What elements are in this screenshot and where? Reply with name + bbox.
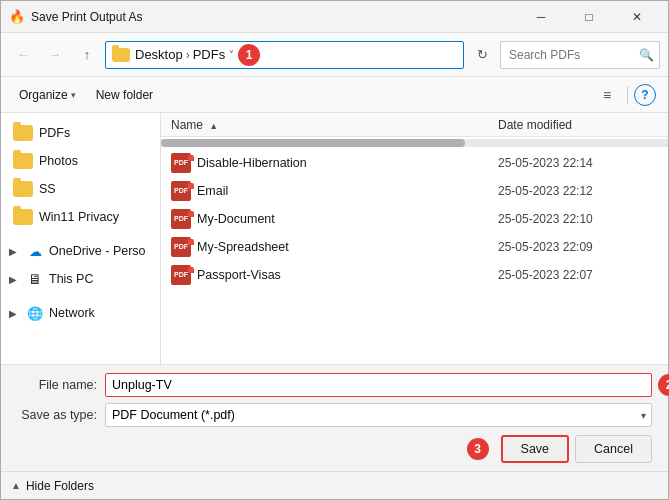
sidebar-label-onedrive: OneDrive - Perso <box>49 244 146 258</box>
badge-3: 3 <box>467 438 489 460</box>
cloud-icon: ☁ <box>25 243 45 259</box>
sidebar-item-thispc[interactable]: ▶ 🖥 This PC <box>3 265 158 293</box>
sidebar-item-onedrive[interactable]: ▶ ☁ OneDrive - Perso <box>3 237 158 265</box>
filename-input[interactable] <box>105 373 652 397</box>
savetype-select-wrap: PDF Document (*.pdf) ▾ <box>105 403 652 427</box>
pdf-icon: PDF <box>171 153 191 173</box>
file-name: My-Document <box>197 212 492 226</box>
app-icon: 🔥 <box>9 9 25 25</box>
file-name: Disable-Hibernation <box>197 156 492 170</box>
view-button[interactable]: ≡ <box>593 82 621 108</box>
folder-icon-win11 <box>13 209 33 225</box>
table-row[interactable]: PDF My-Document 25-05-2023 22:10 <box>161 205 668 233</box>
hide-folders-bar: ▲ Hide Folders <box>1 471 668 499</box>
sidebar-label-thispc: This PC <box>49 272 93 286</box>
file-name: My-Spreadsheet <box>197 240 492 254</box>
dialog-title: Save Print Output As <box>31 10 518 24</box>
expand-icon-network: ▶ <box>9 308 21 319</box>
organize-button[interactable]: Organize ▾ <box>13 82 82 108</box>
table-row[interactable]: PDF Passport-Visas 25-05-2023 22:07 <box>161 261 668 289</box>
sidebar-item-photos[interactable]: Photos <box>3 147 158 175</box>
pdf-icon: PDF <box>171 237 191 257</box>
file-name: Passport-Visas <box>197 268 492 282</box>
hide-folders-arrow-icon: ▲ <box>11 480 21 491</box>
column-date-header: Date modified <box>498 118 658 132</box>
file-date: 25-05-2023 22:09 <box>498 240 658 254</box>
breadcrumb-chevron-icon: ˅ <box>229 49 234 60</box>
dialog-window: 🔥 Save Print Output As ─ □ ✕ ← → ↑ Deskt… <box>0 0 669 500</box>
table-row[interactable]: PDF Email 25-05-2023 22:12 <box>161 177 668 205</box>
sidebar-label-pdfs: PDFs <box>39 126 70 140</box>
expand-icon-thispc: ▶ <box>9 274 21 285</box>
window-controls: ─ □ ✕ <box>518 1 660 33</box>
sidebar-label-network: Network <box>49 306 95 320</box>
sidebar: PDFs Photos SS Win11 Privacy ▶ ☁ OneDriv… <box>1 113 161 364</box>
search-input[interactable] <box>500 41 660 69</box>
new-folder-button[interactable]: New folder <box>90 82 159 108</box>
maximize-button[interactable]: □ <box>566 1 612 33</box>
sort-arrow-icon: ▲ <box>209 121 218 131</box>
pc-icon: 🖥 <box>25 271 45 287</box>
file-area: Name ▲ Date modified PDF Disable-Hiberna… <box>161 113 668 364</box>
breadcrumb-desktop: Desktop <box>135 47 183 62</box>
up-button[interactable]: ↑ <box>73 41 101 69</box>
search-wrap: 🔍 <box>500 41 660 69</box>
folder-icon <box>112 48 130 62</box>
sidebar-item-ss[interactable]: SS <box>3 175 158 203</box>
savetype-select[interactable]: PDF Document (*.pdf) <box>105 403 652 427</box>
sidebar-item-network[interactable]: ▶ 🌐 Network <box>3 299 158 327</box>
scroll-strip <box>161 139 668 147</box>
sidebar-label-win11: Win11 Privacy <box>39 210 119 224</box>
minimize-button[interactable]: ─ <box>518 1 564 33</box>
breadcrumb-separator: › <box>186 48 190 62</box>
file-date: 25-05-2023 22:12 <box>498 184 658 198</box>
filename-input-wrap: 2 <box>105 373 652 397</box>
sidebar-item-win11[interactable]: Win11 Privacy <box>3 203 158 231</box>
sidebar-label-photos: Photos <box>39 154 78 168</box>
sidebar-item-pdfs[interactable]: PDFs <box>3 119 158 147</box>
toolbar-right: ≡ ? <box>593 82 656 108</box>
file-date: 25-05-2023 22:10 <box>498 212 658 226</box>
badge-1: 1 <box>238 44 260 66</box>
toolbar: Organize ▾ New folder ≡ ? <box>1 77 668 113</box>
badge-2: 2 <box>658 374 669 396</box>
save-button[interactable]: Save <box>501 435 570 463</box>
network-icon: 🌐 <box>25 305 45 321</box>
table-row[interactable]: PDF Disable-Hibernation 25-05-2023 22:14 <box>161 149 668 177</box>
pdf-icon: PDF <box>171 181 191 201</box>
bottom-section: File name: 2 Save as type: PDF Document … <box>1 364 668 471</box>
address-bar: ← → ↑ Desktop › PDFs ˅ 1 ↻ 🔍 <box>1 33 668 77</box>
filename-row: File name: 2 <box>17 373 652 397</box>
table-row[interactable]: PDF My-Spreadsheet 25-05-2023 22:09 <box>161 233 668 261</box>
hide-folders-label: Hide Folders <box>26 479 94 493</box>
title-bar: 🔥 Save Print Output As ─ □ ✕ <box>1 1 668 33</box>
expand-icon-onedrive: ▶ <box>9 246 21 257</box>
bottom-actions: 3 Save Cancel <box>17 435 652 463</box>
pdf-icon: PDF <box>171 209 191 229</box>
filename-label: File name: <box>17 378 97 392</box>
folder-icon-pdfs <box>13 125 33 141</box>
close-button[interactable]: ✕ <box>614 1 660 33</box>
scroll-handle[interactable] <box>161 139 465 147</box>
hide-folders-button[interactable]: ▲ Hide Folders <box>11 479 94 493</box>
main-content: PDFs Photos SS Win11 Privacy ▶ ☁ OneDriv… <box>1 113 668 364</box>
forward-button[interactable]: → <box>41 41 69 69</box>
back-button[interactable]: ← <box>9 41 37 69</box>
refresh-button[interactable]: ↻ <box>468 41 496 69</box>
folder-icon-photos <box>13 153 33 169</box>
breadcrumb-pdfs: PDFs <box>193 47 226 62</box>
column-name-header: Name ▲ <box>171 118 498 132</box>
pdf-icon: PDF <box>171 265 191 285</box>
organize-chevron-icon: ▾ <box>71 90 76 100</box>
file-list: PDF Disable-Hibernation 25-05-2023 22:14… <box>161 149 668 364</box>
sidebar-label-ss: SS <box>39 182 56 196</box>
file-date: 25-05-2023 22:07 <box>498 268 658 282</box>
help-button[interactable]: ? <box>634 84 656 106</box>
cancel-button[interactable]: Cancel <box>575 435 652 463</box>
folder-icon-ss <box>13 181 33 197</box>
toolbar-separator <box>627 86 628 104</box>
breadcrumb-bar[interactable]: Desktop › PDFs ˅ 1 <box>105 41 464 69</box>
file-date: 25-05-2023 22:14 <box>498 156 658 170</box>
savetype-row: Save as type: PDF Document (*.pdf) ▾ <box>17 403 652 427</box>
savetype-label: Save as type: <box>17 408 97 422</box>
